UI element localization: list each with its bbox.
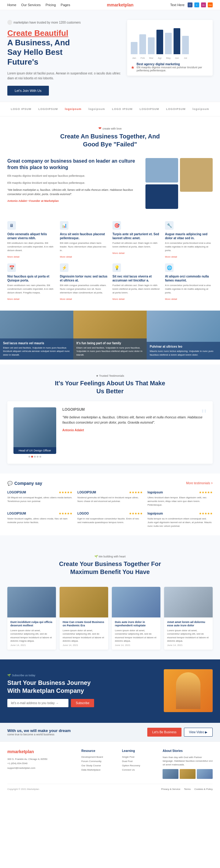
- card-4: Amet amet lorem ad dolormu esse aute iru…: [164, 587, 213, 650]
- about-content: Great company or business based on leade…: [7, 158, 138, 209]
- social-twitter-icon[interactable]: t: [194, 2, 199, 7]
- footer-terms-link[interactable]: Terms: [184, 788, 191, 790]
- feature-1-link[interactable]: More detail: [7, 255, 20, 258]
- card-3-body: Duis aute irure dolor in reprehenderit v…: [112, 617, 160, 650]
- cards-section: 🌱 We building with heart Create Your Bus…: [0, 535, 220, 659]
- mini-2-text: Nosterut gremulia sit Miquid est in tinc…: [77, 496, 142, 503]
- footer-bottom: Copyright © 2021 Marketplan Privacy & Se…: [7, 784, 213, 790]
- feature-6-title: Dignissim tortor nunc sed iactus et ultr…: [60, 274, 108, 282]
- feature-4-icon: 🔧: [165, 221, 174, 230]
- footer-logo: mmarketplan: [7, 749, 74, 754]
- photo-2-desc: Etiam vel sed sed facilisis. Vulputate i…: [76, 346, 144, 356]
- bottom-banner-primary-button[interactable]: Let's Be Business: [147, 728, 181, 737]
- about-title: Great company or business based on leade…: [7, 158, 138, 171]
- feature-7-link[interactable]: More detail: [112, 298, 125, 301]
- mini-3-header: logoipsum ★★★★★: [148, 491, 213, 494]
- feature-1-title: Odio venenatis aliquet felis ornare vive…: [7, 232, 55, 240]
- testimonial-logo: LOGOIPSUM: [62, 407, 207, 412]
- bar-may: [165, 33, 172, 54]
- dot-5[interactable]: [39, 456, 41, 458]
- social-instagram-icon[interactable]: in: [201, 2, 206, 7]
- logo-7: LOGOIPSUM: [163, 106, 188, 112]
- nav-pages[interactable]: Pages: [61, 3, 70, 7]
- card-1-desc: Lorem ipsum dolor sit amet, consectetur …: [10, 629, 53, 643]
- feature-7-icon: 💡: [112, 264, 121, 272]
- features-grid-bottom: 📅 Nisi faucibus quis ut porta et Quisque…: [7, 264, 213, 301]
- nav-home[interactable]: Home: [7, 3, 16, 7]
- footer-resource-link-3[interactable]: Our Study Course: [81, 764, 115, 767]
- bar-feb: [139, 34, 146, 54]
- feature-5-icon: 📅: [7, 264, 16, 272]
- dot-3[interactable]: [34, 456, 36, 458]
- feature-8-desc: A in consectetur porta tincidunt erat a …: [165, 284, 213, 294]
- nav-links[interactable]: Home Our Services Pricing Pages: [7, 3, 70, 7]
- mini-testimonial-3: logoipsum ★★★★★ Ultrec tincidunt diam te…: [148, 491, 213, 507]
- photo-3-overlay: Pulvinar at ultrices leo Mauris nunc nun…: [147, 342, 220, 359]
- hero-section: marketplan have trusted by more 1200 cus…: [0, 10, 220, 102]
- create-section-title: Create An Business Together, And Good By…: [7, 132, 213, 148]
- hero-title-line1: Create Beautiful: [7, 29, 68, 38]
- card-4-title: Amet amet lorem ad dolormu esse aute iru…: [167, 621, 210, 627]
- social-links[interactable]: f t in rss: [188, 2, 213, 7]
- hero-cta-button[interactable]: Let's Join With Us: [7, 86, 49, 96]
- bar-mar: [148, 37, 155, 54]
- feature-6-link[interactable]: More detail: [60, 298, 72, 301]
- logo-2: LOGOIPSUM: [36, 106, 61, 112]
- photo-strip: Sed lacus mauris vel mauris Etiam vel se…: [0, 311, 220, 360]
- about-img-1: [145, 158, 178, 183]
- footer-learning-link-2[interactable]: Dual Post: [122, 760, 155, 763]
- feature-2-title: Arcu sit wein faucibus placerat pellente…: [60, 232, 108, 240]
- nav-pricing[interactable]: Pricing: [45, 3, 56, 7]
- feature-8-link[interactable]: More detail: [165, 298, 177, 301]
- feature-5-link[interactable]: More detail: [7, 298, 20, 301]
- more-testimonials-link[interactable]: More testimonials >: [186, 482, 213, 485]
- social-facebook-icon[interactable]: f: [188, 2, 192, 7]
- footer-cookies-link[interactable]: Cookies & Policy: [194, 788, 213, 790]
- bottom-banner-secondary-button[interactable]: View Video ▶: [184, 728, 213, 737]
- site-logo[interactable]: mmarketplan: [107, 2, 134, 7]
- photo-1-desc: Etiam vel sed sed facilisis. Vulputate i…: [3, 346, 70, 356]
- social-rss-icon[interactable]: rss: [208, 2, 213, 7]
- footer-grid: mmarketplan 300 S. Franklin Av. Chicago …: [7, 749, 213, 779]
- cta-subscribe-button[interactable]: Subscribe: [71, 699, 94, 707]
- photo-2-title: It's fun being part of our family: [76, 341, 144, 345]
- footer-copyright: Copyright © 2021 Marketplan: [7, 788, 39, 790]
- mini-5-text: Eget in nisl suspendisse consectetur fau…: [77, 517, 142, 524]
- card-3-img: [112, 587, 160, 617]
- testimonial-quote: "We believe marketplan a, faucibus. Ultr…: [62, 415, 207, 426]
- card-4-date: June 14, 2021: [167, 644, 210, 647]
- feature-3-icon: 🎯: [112, 221, 121, 230]
- mini-4-logo: LOGOIPSUM: [7, 512, 26, 515]
- dot-2[interactable]: [31, 456, 33, 458]
- footer-resource-link-4[interactable]: Data Marketplace: [81, 769, 115, 771]
- nav-right: Text Here f t in rss: [170, 2, 213, 7]
- photo-3-title: Pulvinar at ultrices leo: [150, 345, 217, 348]
- testimonial-dots: [13, 456, 56, 458]
- feature-5-desc: Eram vestibulum nec nam pharetra. Elit c…: [7, 284, 55, 294]
- footer-resource-link-1[interactable]: Development Board: [81, 755, 115, 758]
- feature-4-link[interactable]: More detail: [165, 255, 177, 258]
- chart-x-labels: Jan Feb Mar Agr May Jun Jul: [131, 57, 209, 59]
- logo-5: LOGO IPSUM: [110, 106, 135, 112]
- card-2-img: [60, 587, 108, 617]
- feature-3: 🎯 Turpis ante sit parturient et. Sed lao…: [112, 221, 160, 258]
- card-2-body: How Can create Good Business on Pandemic…: [60, 617, 108, 650]
- cta-email-input[interactable]: [7, 699, 68, 707]
- dot-4[interactable]: [37, 456, 38, 458]
- feature-7-desc: Fucibet sit ultricies aut. Diam lagin in…: [112, 284, 160, 294]
- footer-learning-link-1[interactable]: Single Post: [122, 755, 155, 758]
- card-3-desc: Lorem ipsum dolor sit amet, consectetur …: [115, 629, 157, 643]
- feature-2-link[interactable]: More detail: [60, 255, 72, 258]
- feature-3-link[interactable]: More detail: [112, 252, 125, 254]
- footer-privacy-link[interactable]: Privacy & Service: [161, 788, 181, 790]
- footer-learning-link-3[interactable]: Option Recovery: [122, 764, 155, 767]
- dot-1[interactable]: [28, 456, 30, 458]
- footer-resource-link-2[interactable]: Forum Community: [81, 760, 115, 763]
- feature-5: 📅 Nisi faucibus quis ut porta et Quisque…: [7, 264, 55, 301]
- footer-about-title: About Stories: [162, 749, 213, 752]
- testimonial-card: Head of UX Design Officer LOGOIPSUM " "W…: [7, 401, 213, 464]
- feature-8: 🌐 At aliqum orci commodo nulla fames mau…: [165, 264, 213, 301]
- footer-learning-link-4[interactable]: Connect Us: [122, 769, 155, 771]
- nav-services[interactable]: Our Services: [21, 3, 41, 7]
- feature-1: 🖥 Odio venenatis aliquet felis ornare vi…: [7, 221, 55, 258]
